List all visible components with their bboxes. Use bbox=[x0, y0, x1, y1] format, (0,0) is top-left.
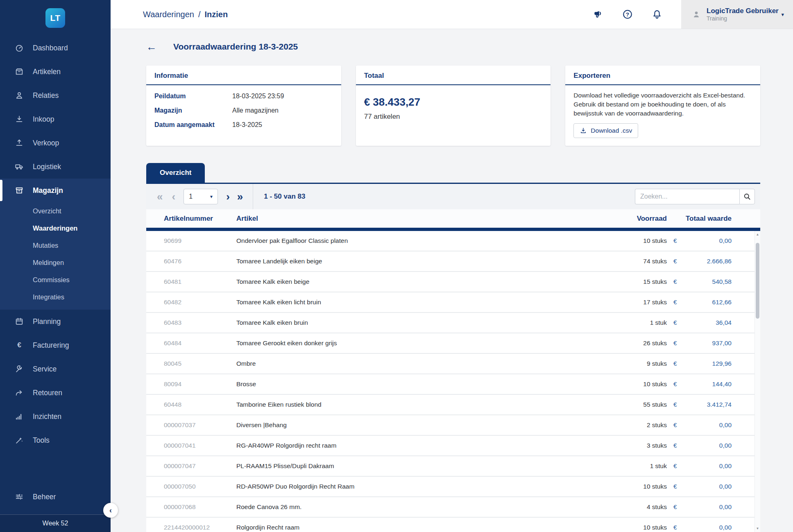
card-informatie-body: Peildatum 18-03-2025 23:59 Magazijn Alle… bbox=[146, 85, 341, 143]
cell-artikel: Tomaree Landelijk eiken beige bbox=[236, 258, 622, 265]
app-root: LT Dashboard Artikelen Relaties Inkoop V… bbox=[0, 0, 793, 532]
logictrade-logo[interactable]: LT bbox=[45, 8, 65, 28]
sidebar-subitem-integraties[interactable]: Integraties bbox=[0, 288, 111, 306]
search-button[interactable] bbox=[739, 189, 755, 204]
cell-artikelnummer: 000007047 bbox=[164, 462, 236, 470]
pagination-prev-button[interactable]: ‹ bbox=[172, 191, 175, 202]
cell-currency: € bbox=[667, 442, 686, 449]
scroll-up-icon[interactable]: ▲ bbox=[756, 231, 759, 238]
megaphone-icon[interactable] bbox=[593, 9, 603, 20]
returns-icon bbox=[14, 388, 25, 397]
table-row[interactable]: 60483 Tomaree Kalk eiken bruin 1 stuk € … bbox=[146, 313, 760, 333]
admin-icon bbox=[14, 492, 25, 501]
cell-artikelnummer: 90699 bbox=[164, 237, 236, 244]
cell-voorraad: 26 stuks bbox=[622, 340, 667, 347]
cell-artikelnummer: 60484 bbox=[164, 340, 236, 347]
cell-voorraad: 4 stuks bbox=[622, 503, 667, 511]
scroll-down-icon[interactable]: ▼ bbox=[756, 525, 759, 532]
sidebar: LT Dashboard Artikelen Relaties Inkoop V… bbox=[0, 0, 111, 532]
purchase-icon bbox=[14, 115, 25, 124]
pagination-next-button[interactable]: › bbox=[226, 191, 230, 202]
cell-artikelnummer: 000007050 bbox=[164, 483, 236, 490]
sidebar-item-logistiek[interactable]: Logistiek bbox=[0, 155, 111, 179]
table-row[interactable]: 60448 Tamborine Eiken rustiek blond 55 s… bbox=[146, 395, 760, 415]
sidebar-item-planning[interactable]: Planning bbox=[0, 310, 111, 333]
scrollbar-thumb[interactable] bbox=[756, 243, 759, 319]
table-row[interactable]: 80094 Brosse 10 stuks € 144,40 bbox=[146, 374, 760, 395]
tools-icon bbox=[14, 436, 25, 445]
table-row[interactable]: 60484 Tomaree Gerookt eiken donker grijs… bbox=[146, 333, 760, 354]
col-artikelnummer: Artikelnummer bbox=[164, 215, 236, 223]
sidebar-item-magazijn[interactable]: Magazijn bbox=[0, 179, 111, 202]
cell-voorraad: 9 stuks bbox=[622, 360, 667, 367]
breadcrumb-parent[interactable]: Waarderingen bbox=[143, 10, 194, 19]
sidebar-subitem-waarderingen[interactable]: Waarderingen bbox=[0, 220, 111, 237]
download-csv-button[interactable]: Download .csv bbox=[573, 123, 638, 138]
cell-totaal-waarde: 36,04 bbox=[686, 319, 732, 326]
pagination-last-button[interactable]: » bbox=[237, 191, 243, 202]
cell-voorraad: 10 stuks bbox=[622, 524, 667, 531]
cell-voorraad: 74 stuks bbox=[622, 258, 667, 265]
sidebar-collapse-button[interactable]: ‹ bbox=[103, 503, 118, 518]
chevron-down-icon: ▾ bbox=[781, 11, 784, 18]
sidebar-item-beheer[interactable]: Beheer bbox=[0, 485, 111, 509]
sidebar-footer: Week 52 bbox=[0, 514, 111, 532]
table-row[interactable]: 60476 Tomaree Landelijk eiken beige 74 s… bbox=[146, 251, 760, 272]
sales-icon bbox=[14, 138, 25, 147]
sidebar-item-service[interactable]: Service bbox=[0, 357, 111, 381]
sidebar-subitem-commissies[interactable]: Commissies bbox=[0, 271, 111, 288]
total-amount: € 38.433,27 bbox=[364, 96, 543, 109]
sidebar-item-tools[interactable]: Tools bbox=[0, 428, 111, 452]
sidebar-item-dashboard[interactable]: Dashboard bbox=[0, 36, 111, 60]
sidebar-item-inkoop[interactable]: Inkoop bbox=[0, 107, 111, 131]
table-row[interactable]: 000007041 RG-AR40WP Rolgordijn recht raa… bbox=[146, 436, 760, 456]
info-value: Alle magazijnen bbox=[232, 107, 279, 114]
table-toolbar: « ‹ 1 ▾ › » 1 - 50 van 83 bbox=[146, 184, 760, 209]
table-row[interactable]: 000007050 RD-AR50WP Duo Rolgordijn Recht… bbox=[146, 477, 760, 497]
cell-artikel: RD-AR50WP Duo Rolgordijn Recht Raam bbox=[236, 483, 622, 490]
table-row[interactable]: 60482 Tomaree Kalk eiken licht bruin 17 … bbox=[146, 292, 760, 313]
sidebar-item-relaties[interactable]: Relaties bbox=[0, 84, 111, 107]
sidebar-subitem-overzicht[interactable]: Overzicht bbox=[0, 202, 111, 220]
table-row[interactable]: 60481 Tomaree Kalk eiken beige 15 stuks … bbox=[146, 272, 760, 292]
table-row[interactable]: 000007037 Diversen |Behang 2 stuks € 0,0… bbox=[146, 415, 760, 436]
sidebar-item-verkoop[interactable]: Verkoop bbox=[0, 131, 111, 155]
sidebar-subitem-mutaties[interactable]: Mutaties bbox=[0, 237, 111, 254]
sidebar-subitem-meldingen[interactable]: Meldingen bbox=[0, 254, 111, 271]
page-number-select[interactable]: 1 ▾ bbox=[184, 189, 218, 204]
cell-currency: € bbox=[667, 278, 686, 285]
info-label: Peildatum bbox=[154, 93, 232, 100]
col-voorraad: Voorraad bbox=[622, 215, 667, 223]
table-row[interactable]: 80045 Ombre 9 stuks € 129,96 bbox=[146, 354, 760, 374]
cell-voorraad: 10 stuks bbox=[622, 380, 667, 388]
cell-voorraad: 55 stuks bbox=[622, 401, 667, 408]
cell-artikel: Tomaree Kalk eiken beige bbox=[236, 278, 622, 285]
logo-container: LT bbox=[0, 0, 111, 36]
info-row: Magazijn Alle magazijnen bbox=[154, 107, 333, 114]
cell-currency: € bbox=[667, 524, 686, 531]
relations-icon bbox=[14, 91, 25, 100]
sidebar-item-retouren[interactable]: Retouren bbox=[0, 381, 111, 405]
table-row[interactable]: 2214420000012 Rolgordijn Recht raam 10 s… bbox=[146, 518, 760, 532]
cell-totaal-waarde: 612,66 bbox=[686, 299, 732, 306]
sidebar-item-inzichten[interactable]: Inzichten bbox=[0, 405, 111, 428]
pagination-first-button[interactable]: « bbox=[157, 191, 163, 202]
table-row[interactable]: 000007068 Roede Canova 26 mm. 4 stuks € … bbox=[146, 497, 760, 518]
export-description: Download het volledige voorraadoverzicht… bbox=[573, 91, 752, 118]
help-icon[interactable]: ? bbox=[622, 9, 633, 20]
back-button[interactable]: ← bbox=[146, 41, 157, 52]
sidebar-group-magazijn: Magazijn OverzichtWaarderingenMutatiesMe… bbox=[0, 179, 111, 310]
sidebar-item-artikelen[interactable]: Artikelen bbox=[0, 60, 111, 84]
user-menu[interactable]: LogicTrade Gebruiker Training ▾ bbox=[681, 0, 793, 29]
search-input[interactable] bbox=[635, 189, 739, 204]
cell-currency: € bbox=[667, 401, 686, 408]
table-row[interactable]: 000007047 PL-RAAM15 Plisse/Dupli Dakraam… bbox=[146, 456, 760, 477]
tab-overzicht[interactable]: Overzicht bbox=[146, 163, 205, 183]
cell-artikel: PL-RAAM15 Plisse/Dupli Dakraam bbox=[236, 462, 622, 470]
search-container bbox=[635, 189, 755, 204]
vertical-scrollbar[interactable]: ▲ ▼ bbox=[754, 231, 760, 532]
bell-icon[interactable] bbox=[652, 9, 662, 20]
sidebar-item-facturering[interactable]: € Facturering bbox=[0, 333, 111, 357]
cell-artikel: Roede Canova 26 mm. bbox=[236, 503, 622, 511]
table-row[interactable]: 90699 Ondervloer pak Egalfloor Classic p… bbox=[146, 231, 760, 251]
